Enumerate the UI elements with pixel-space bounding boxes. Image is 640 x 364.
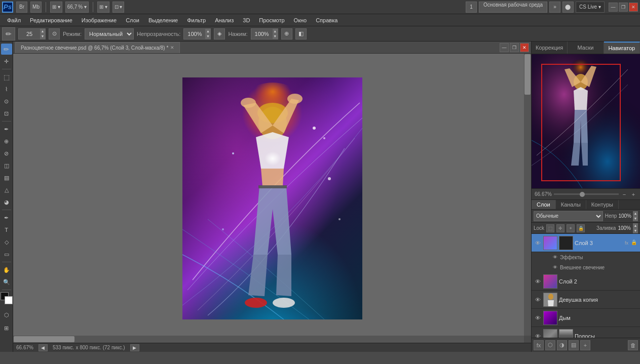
tool-blur[interactable]: △ [1,184,12,195]
workspace-expand-btn[interactable]: » [549,2,560,13]
layer-lock-sloj3[interactable]: 🔒 [631,239,638,247]
workspace-label-btn[interactable]: Основная рабочая среда [479,2,547,13]
opacity-up-btn[interactable]: ▲ [633,211,638,216]
menu-analyze[interactable]: Анализ [211,16,238,24]
zoom-in-icon[interactable]: + [630,191,637,198]
tab-channels[interactable]: Каналы [556,200,586,209]
tool-marquee[interactable]: ⬚ [1,71,12,83]
next-state-btn[interactable]: ▶ [130,344,139,351]
layer-row-polosy[interactable]: 👁 Полосы [532,327,640,338]
doc-minimize-btn[interactable]: — [500,43,509,52]
tool-shape[interactable]: ▭ [1,249,12,260]
canvas-tab[interactable]: Разноцветное свечение.psd @ 66,7% (Слой … [15,42,180,53]
horizontal-scrollbar[interactable] [13,336,524,343]
layer-adjustment-btn[interactable]: ◑ [557,340,567,350]
win-minimize-btn[interactable]: — [609,3,618,12]
layer-mask-btn[interactable]: ⬡ [545,340,555,350]
tool-clone[interactable]: ⊘ [1,148,12,159]
clone-stamp-btn[interactable]: ◧ [295,28,307,39]
win-restore-btn[interactable]: ❐ [619,3,628,12]
tool-lasso[interactable]: ⌇ [1,84,12,95]
layer-new-btn[interactable]: + [580,340,590,350]
opacity-up[interactable]: ▲ [205,29,210,34]
layer-delete-btn[interactable]: 🗑 [628,340,638,350]
menu-view[interactable]: Просмотр [255,16,288,24]
pressure-down[interactable]: ▼ [273,34,278,39]
layer-eye-sloj3[interactable]: 👁 [534,239,542,247]
image-arrangement-btn[interactable]: ⊞ ▾ [50,2,62,13]
tab-correction[interactable]: Коррекция [532,42,568,54]
tool-brush[interactable]: ✏ [1,44,12,55]
tab-masks[interactable]: Маски [568,42,604,54]
brush-settings-btn[interactable]: ⊙ [49,28,60,39]
tool-type[interactable]: T [1,224,12,235]
screen-mode-btn[interactable]: ⊞ [1,322,12,334]
tool-eraser[interactable]: ◫ [1,160,12,171]
bridge-btn[interactable]: Br [16,2,27,13]
pressure-field[interactable] [251,29,273,39]
brush-size-field[interactable] [19,29,40,39]
win-close-btn[interactable]: ✕ [629,3,638,12]
tool-hand[interactable]: ✋ [1,264,12,275]
menu-help[interactable]: Справка [312,16,342,24]
tablet-pressure-btn[interactable]: ⊕ [281,28,292,39]
vertical-scrollbar[interactable] [524,54,531,336]
tool-eyedropper[interactable]: ✒ [1,124,12,135]
layer-row-dym[interactable]: 👁 Дым [532,309,640,327]
layer-eye-sloj2[interactable]: 👁 [534,277,542,286]
tool-gradient[interactable]: ▤ [1,172,12,183]
zoom-out-icon[interactable]: − [621,191,628,198]
tool-zoom[interactable]: 🔍 [1,276,12,288]
lock-all-btn[interactable]: 🔒 [577,224,585,232]
menu-window[interactable]: Окно [290,16,311,24]
quick-mask-btn[interactable]: ⬡ [1,309,12,320]
lock-position-btn[interactable]: ✛ [556,224,564,232]
pressure-up[interactable]: ▲ [273,29,278,34]
brush-size-down[interactable]: ▼ [40,34,45,39]
tool-healing[interactable]: ⊕ [1,136,12,147]
menu-layers[interactable]: Слои [122,16,143,24]
menu-edit[interactable]: Редактирование [26,16,77,24]
layer-eye-polosy[interactable]: 👁 [534,332,542,338]
effects-eye[interactable]: 👁 [552,254,558,260]
prev-state-btn[interactable]: ◀ [39,344,48,351]
opacity-input[interactable]: ▲ ▼ [183,28,211,39]
menu-file[interactable]: Файл [3,16,25,24]
effect-outer-glow[interactable]: 👁 Внешнее свечение [552,262,636,272]
opacity-down-btn[interactable]: ▼ [633,216,638,221]
pressure-input[interactable]: ▲ ▼ [251,28,278,39]
menu-3d[interactable]: 3D [239,16,254,24]
menu-filter[interactable]: Фильтр [183,16,210,24]
layers-blend-select[interactable]: Обычные [534,211,603,221]
cs-live-btn[interactable]: CS Live ▾ [576,2,605,13]
layer-row-sloj2[interactable]: 👁 Слой 2 [532,272,640,291]
lock-pixels-btn[interactable]: ⬚ [546,224,554,232]
mini-bridge-btn[interactable]: Mb [30,2,42,13]
doc-close-btn[interactable]: ✕ [520,43,529,52]
menu-selection[interactable]: Выделение [144,16,182,24]
brush-size-input[interactable]: ▲ ▼ [18,28,46,39]
horizontal-scrollbar-thumb[interactable] [14,336,74,342]
tool-dodge[interactable]: ◕ [1,196,12,208]
layer-group-btn[interactable]: ▤ [569,340,579,350]
tool-quickselect[interactable]: ⊙ [1,96,12,107]
background-color[interactable] [5,296,13,304]
layer-row-sloj3[interactable]: 👁 Слой 3 fx 🔒 [532,234,640,252]
nav-zoom-thumb[interactable] [580,192,585,197]
blend-mode-select[interactable]: Нормальный [85,28,134,39]
zoom-dropdown-btn[interactable]: 66,7% ▾ [65,2,89,13]
opacity-field[interactable] [184,29,205,39]
tool-pen[interactable]: ✒ [1,212,12,223]
tool-move[interactable]: ✛ [1,56,12,67]
fill-down-btn[interactable]: ▼ [633,228,638,233]
doc-restore-btn[interactable]: ❐ [510,43,519,52]
vertical-scrollbar-thumb[interactable] [524,54,531,95]
tool-path[interactable]: ◇ [1,236,12,248]
color-picker[interactable] [1,292,13,304]
opacity-down[interactable]: ▼ [205,34,210,39]
lock-add-btn[interactable]: + [567,224,575,232]
layer-eye-devushka[interactable]: 👁 [534,296,542,304]
layer-row-devushka[interactable]: 👁 Девушка копия [532,291,640,309]
airbrush-btn[interactable]: ◈ [214,28,225,39]
fill-up-btn[interactable]: ▲ [633,223,638,228]
